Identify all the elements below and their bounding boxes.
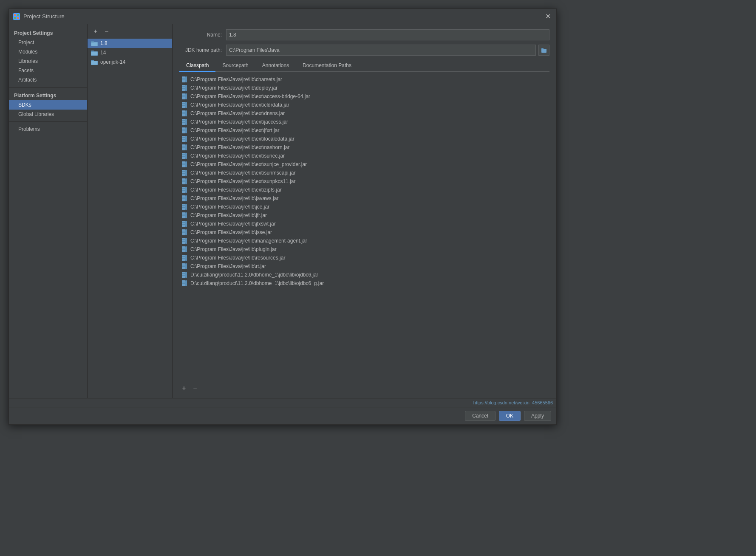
jar-icon xyxy=(181,144,188,151)
dialog-title: Project Structure xyxy=(23,13,544,20)
sidebar-item-libraries[interactable]: Libraries xyxy=(9,56,87,66)
file-path: C:\Program Files\Java\jre\lib\jfr.jar xyxy=(190,212,267,218)
svg-rect-24 xyxy=(185,93,187,99)
file-item[interactable]: C:\Program Files\Java\jre\lib\jfr.jar xyxy=(179,211,549,220)
file-path: C:\Program Files\Java\jre\lib\ext\zipfs.… xyxy=(190,187,282,193)
jar-icon xyxy=(181,169,188,176)
file-path: D:\cuiziliang\product\11.2.0\dbhome_1\jd… xyxy=(190,280,324,286)
file-item[interactable]: C:\Program Files\Java\jre\lib\plugin.jar xyxy=(179,245,549,254)
file-item[interactable]: C:\Program Files\Java\jre\lib\resources.… xyxy=(179,254,549,262)
svg-rect-100 xyxy=(185,255,187,261)
svg-rect-52 xyxy=(185,153,187,159)
svg-rect-75 xyxy=(182,204,185,210)
file-item[interactable]: C:\Program Files\Java\jre\lib\ext\access… xyxy=(179,92,549,101)
sidebar-item-sdks[interactable]: SDKs xyxy=(9,100,87,110)
sdk-item-14[interactable]: 14 xyxy=(88,48,172,57)
jar-icon xyxy=(181,212,188,219)
svg-rect-91 xyxy=(182,238,185,244)
jar-icon xyxy=(181,237,188,244)
svg-rect-112 xyxy=(185,280,187,286)
classpath-add-button[interactable]: + xyxy=(179,384,189,393)
tab-doc-paths[interactable]: Documentation Paths xyxy=(296,60,358,72)
file-item[interactable]: C:\Program Files\Java\jre\lib\ext\cldrda… xyxy=(179,101,549,109)
svg-rect-15 xyxy=(182,76,185,82)
file-item[interactable]: D:\cuiziliang\product\11.2.0\dbhome_1\jd… xyxy=(179,279,549,288)
svg-rect-107 xyxy=(182,272,185,278)
file-item[interactable]: C:\Program Files\Java\jre\lib\charsets.j… xyxy=(179,75,549,84)
file-path: D:\cuiziliang\product\11.2.0\dbhome_1\jd… xyxy=(190,272,318,278)
file-item[interactable]: C:\Program Files\Java\jre\lib\rt.jar xyxy=(179,262,549,271)
file-item[interactable]: C:\Program Files\Java\jre\lib\ext\locale… xyxy=(179,135,549,143)
tab-sourcepath[interactable]: Sourcepath xyxy=(215,60,255,72)
file-item[interactable]: C:\Program Files\Java\jre\lib\ext\nashor… xyxy=(179,143,549,152)
jar-icon xyxy=(181,280,188,287)
svg-rect-83 xyxy=(182,221,185,227)
sidebar-item-project[interactable]: Project xyxy=(9,38,87,47)
file-path: C:\Program Files\Java\jre\lib\resources.… xyxy=(190,255,285,261)
close-button[interactable]: ✕ xyxy=(544,12,552,21)
svg-rect-56 xyxy=(185,161,187,167)
file-path: C:\Program Files\Java\jre\lib\charsets.j… xyxy=(190,76,282,82)
sdk-add-button[interactable]: + xyxy=(91,27,100,36)
svg-rect-3 xyxy=(17,17,19,19)
svg-rect-1 xyxy=(17,14,19,16)
svg-rect-36 xyxy=(185,119,187,125)
jdk-home-label: JDK home path: xyxy=(179,47,222,53)
tab-classpath[interactable]: Classpath xyxy=(179,60,215,72)
svg-rect-27 xyxy=(182,102,185,108)
svg-rect-51 xyxy=(182,153,185,159)
file-item[interactable]: C:\Program Files\Java\jre\lib\jsse.jar xyxy=(179,228,549,237)
file-item[interactable]: C:\Program Files\Java\jre\lib\jfxswt.jar xyxy=(179,220,549,228)
sidebar-item-problems[interactable]: Problems xyxy=(9,124,87,134)
apply-button[interactable]: Apply xyxy=(524,411,551,421)
file-item[interactable]: C:\Program Files\Java\jre\lib\ext\zipfs.… xyxy=(179,186,549,194)
sdk-remove-button[interactable]: − xyxy=(102,27,111,36)
svg-rect-67 xyxy=(182,187,185,193)
sdk-item-openjdk-14[interactable]: openjdk-14 xyxy=(88,57,172,67)
file-item[interactable]: C:\Program Files\Java\jre\lib\ext\dnsns.… xyxy=(179,109,549,118)
file-path: C:\Program Files\Java\jre\lib\deploy.jar xyxy=(190,85,277,91)
sdk-item-1.8[interactable]: 1.8 xyxy=(88,39,172,48)
titlebar: Project Structure ✕ xyxy=(9,9,556,24)
ok-button[interactable]: OK xyxy=(499,411,521,421)
svg-rect-71 xyxy=(182,195,185,201)
file-item[interactable]: C:\Program Files\Java\jre\lib\ext\sunjce… xyxy=(179,160,549,169)
sidebar-item-artifacts[interactable]: Artifacts xyxy=(9,75,87,85)
tabs: Classpath Sourcepath Annotations Documen… xyxy=(179,60,549,72)
file-item[interactable]: D:\cuiziliang\product\11.2.0\dbhome_1\jd… xyxy=(179,271,549,279)
file-item[interactable]: C:\Program Files\Java\jre\lib\deploy.jar xyxy=(179,84,549,92)
cancel-button[interactable]: Cancel xyxy=(465,411,495,421)
file-item[interactable]: C:\Program Files\Java\jre\lib\ext\jfxrt.… xyxy=(179,126,549,135)
file-item[interactable]: C:\Program Files\Java\jre\lib\management… xyxy=(179,237,549,245)
file-path: C:\Program Files\Java\jre\lib\ext\sunmsc… xyxy=(190,170,295,176)
sidebar-item-modules[interactable]: Modules xyxy=(9,47,87,56)
jdk-home-input[interactable] xyxy=(226,45,536,56)
svg-rect-8 xyxy=(91,51,94,52)
svg-rect-84 xyxy=(185,221,187,227)
sidebar-item-facets[interactable]: Facets xyxy=(9,66,87,75)
svg-rect-23 xyxy=(182,93,185,99)
jar-icon xyxy=(181,229,188,236)
classpath-remove-button[interactable]: − xyxy=(190,384,200,393)
jar-icon xyxy=(181,152,188,159)
sidebar-item-global-libraries[interactable]: Global Libraries xyxy=(9,110,87,119)
svg-rect-88 xyxy=(185,229,187,235)
svg-rect-19 xyxy=(182,85,185,91)
file-item[interactable]: C:\Program Files\Java\jre\lib\ext\sunmsc… xyxy=(179,169,549,177)
name-input[interactable] xyxy=(226,29,549,40)
svg-rect-28 xyxy=(185,102,187,108)
tab-annotations[interactable]: Annotations xyxy=(255,60,296,72)
svg-rect-72 xyxy=(185,195,187,201)
sdk-list: 1.8 14 xyxy=(88,39,172,398)
file-item[interactable]: C:\Program Files\Java\jre\lib\ext\sunpkc… xyxy=(179,177,549,186)
browse-button[interactable] xyxy=(538,45,549,56)
file-item[interactable]: C:\Program Files\Java\jre\lib\javaws.jar xyxy=(179,194,549,203)
jar-icon xyxy=(181,263,188,270)
folder-icon xyxy=(91,40,98,46)
svg-rect-68 xyxy=(185,187,187,193)
jar-icon xyxy=(181,110,188,117)
file-item[interactable]: C:\Program Files\Java\jre\lib\ext\sunec.… xyxy=(179,152,549,160)
file-item[interactable]: C:\Program Files\Java\jre\lib\ext\jacces… xyxy=(179,118,549,126)
name-label: Name: xyxy=(179,32,222,38)
file-item[interactable]: C:\Program Files\Java\jre\lib\jce.jar xyxy=(179,203,549,211)
